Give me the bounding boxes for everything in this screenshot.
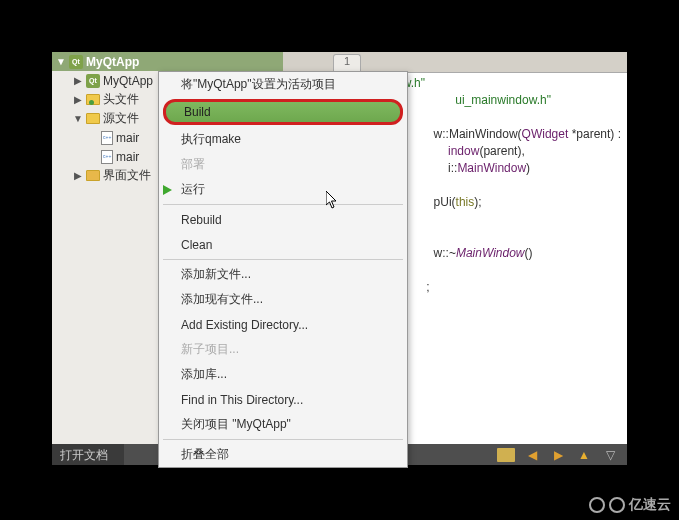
watermark: 亿速云 — [589, 496, 671, 514]
ctx-add-existing[interactable]: 添加现有文件... — [159, 287, 407, 312]
separator — [163, 259, 403, 260]
ctx-find-directory[interactable]: Find in This Directory... — [159, 387, 407, 412]
cpp-file-icon — [101, 150, 113, 164]
tree-label: 源文件 — [103, 110, 139, 127]
cloud-icon — [609, 497, 625, 513]
context-menu: 将"MyQtApp"设置为活动项目 Build 执行qmake 部署 运行 Re… — [158, 71, 408, 468]
ctx-add-directory[interactable]: Add Existing Directory... — [159, 312, 407, 337]
open-documents-label[interactable]: 打开文档 — [52, 444, 124, 465]
watermark-text: 亿速云 — [629, 496, 671, 514]
ctx-collapse-all[interactable]: 折叠全部 — [159, 442, 407, 467]
expand-icon[interactable]: ▶ — [73, 75, 83, 86]
ctx-run-label: 运行 — [181, 181, 205, 198]
ctx-run-qmake[interactable]: 执行qmake — [159, 127, 407, 152]
expand-icon[interactable]: ▶ — [73, 170, 83, 181]
ui-folder-icon — [86, 170, 100, 181]
ctx-run[interactable]: 运行 — [159, 177, 407, 202]
qt-project-icon — [86, 74, 100, 88]
ctx-set-active[interactable]: 将"MyQtApp"设置为活动项目 — [159, 72, 407, 97]
separator — [163, 439, 403, 440]
folder-icon — [86, 113, 100, 124]
ctx-rebuild[interactable]: Rebuild — [159, 207, 407, 232]
line-indicator[interactable]: 1 — [333, 54, 361, 72]
cpp-file-icon — [101, 131, 113, 145]
warning-icon[interactable]: ▲ — [575, 446, 593, 464]
ctx-deploy: 部署 — [159, 152, 407, 177]
folder-icon — [86, 94, 100, 105]
ctx-build[interactable]: Build — [163, 99, 403, 125]
expand-icon[interactable]: ▼ — [56, 56, 66, 67]
tree-label: mair — [116, 131, 139, 145]
run-icon — [163, 185, 172, 195]
expand-icon[interactable]: ▶ — [73, 94, 83, 105]
ctx-close-project[interactable]: 关闭项目 "MyQtApp" — [159, 412, 407, 437]
tree-label: 界面文件 — [103, 167, 151, 184]
collapse-icon[interactable]: ▼ — [73, 113, 83, 124]
separator — [163, 204, 403, 205]
tree-label: MyQtApp — [103, 74, 153, 88]
tree-root[interactable]: ▼ MyQtApp — [52, 52, 283, 71]
nav-forward-icon[interactable]: ▶ — [549, 446, 567, 464]
ctx-add-library[interactable]: 添加库... — [159, 362, 407, 387]
tree-label: 头文件 — [103, 91, 139, 108]
nav-back-icon[interactable]: ◀ — [523, 446, 541, 464]
open-file-icon[interactable] — [497, 446, 515, 464]
tree-label: mair — [116, 150, 139, 164]
filter-icon[interactable]: ▽ — [601, 446, 619, 464]
ctx-subproject: 新子项目... — [159, 337, 407, 362]
ctx-add-new[interactable]: 添加新文件... — [159, 262, 407, 287]
editor-tabbar: 1 — [283, 52, 627, 73]
qt-project-icon — [69, 55, 83, 69]
tree-root-label: MyQtApp — [86, 55, 139, 69]
ctx-clean[interactable]: Clean — [159, 232, 407, 257]
cloud-icon — [589, 497, 605, 513]
